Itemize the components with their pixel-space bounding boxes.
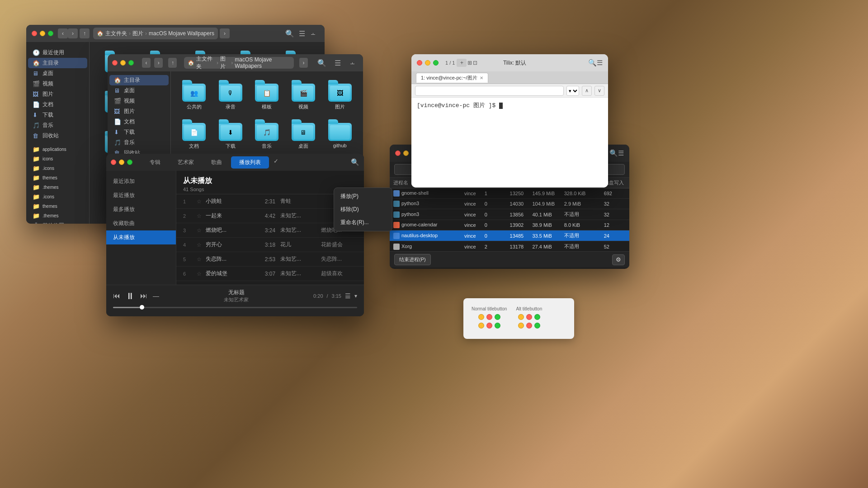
sidebar-item-dotthemes2[interactable]: 📁 .themes xyxy=(28,211,87,221)
sidebar-item-icons[interactable]: 📁 icons xyxy=(28,154,87,164)
sidebar-music-fg[interactable]: 🎵 音乐 xyxy=(109,137,169,148)
close-terminal[interactable] xyxy=(417,60,422,66)
tb-n-close[interactable] xyxy=(486,314,492,320)
track-4[interactable]: 4 ☆ 穷开心 3:18 花儿 花龄盛会 xyxy=(176,238,364,252)
proc-python3-1[interactable]: python3 vince014030104.9 MiB2.9 MiB32 xyxy=(390,199,629,209)
track-6[interactable]: 6 ☆ 爱的城堡 3:07 未知艺... 超级喜欢 xyxy=(176,267,364,281)
tab-playlist[interactable]: 播放列表 xyxy=(231,156,269,169)
terminal-split-button[interactable]: ⊞ xyxy=(467,60,472,66)
fg-folder-pictures[interactable]: 🖼 图片 xyxy=(323,78,356,114)
col-view-fg[interactable]: ⫠ xyxy=(347,57,359,68)
sysmon-settings-button[interactable]: ⚙ xyxy=(612,254,625,265)
sidebar-item-video[interactable]: 🎬 视频 xyxy=(28,79,87,89)
forward-arrow-button[interactable]: › xyxy=(220,28,230,38)
close-sysmon[interactable] xyxy=(395,150,401,156)
terminal-search-button[interactable]: 🔍 xyxy=(588,59,597,67)
maximize-button[interactable] xyxy=(48,31,53,36)
tb-a-min2[interactable] xyxy=(518,323,524,328)
sidebar-item-trash[interactable]: 🗑 回收站 xyxy=(28,131,87,141)
fg-folder-videos[interactable]: 🎬 视频 xyxy=(287,78,320,114)
play-pause-button[interactable]: ⏸ xyxy=(126,291,135,301)
tb-a-max2[interactable] xyxy=(534,323,540,328)
minimize-button-fg[interactable] xyxy=(120,60,126,66)
sidebar-pictures-fg[interactable]: 🖼 图片 xyxy=(109,106,169,117)
nav-most-played[interactable]: 最多播放 xyxy=(106,202,176,216)
sidebar-item-doticons[interactable]: 📁 .icons xyxy=(28,164,87,173)
min-music[interactable] xyxy=(119,160,124,165)
sidebar-docs-fg[interactable]: 📄 文档 xyxy=(109,117,169,127)
tab-artists[interactable]: 艺术家 xyxy=(170,156,202,169)
sidebar-item-downloads[interactable]: ⬇ 下载 xyxy=(28,110,87,120)
fg-folder-desktop[interactable]: 🖥 桌面 xyxy=(287,117,320,153)
column-view-button[interactable]: ⫠ xyxy=(307,28,319,39)
fg-folder-docs[interactable]: 📄 文档 xyxy=(178,117,211,153)
progress-thumb[interactable] xyxy=(140,305,144,310)
sidebar-dl-fg[interactable]: ⬇ 下载 xyxy=(109,127,169,137)
search-options-select[interactable]: ▾ xyxy=(566,86,579,96)
sidebar-item-pictures[interactable]: 🖼 图片 xyxy=(28,89,87,99)
sidebar-item-themes2[interactable]: 📁 themes xyxy=(28,202,87,211)
tb-n-min2[interactable] xyxy=(478,323,484,328)
forward-button[interactable]: › xyxy=(68,28,78,38)
fg-folder-music[interactable]: 🎵 音乐 xyxy=(250,117,283,153)
terminal-search-input[interactable] xyxy=(415,86,564,96)
next-button[interactable]: ⏭ xyxy=(140,292,147,300)
checkmark-button[interactable]: ✓ xyxy=(270,156,282,166)
tb-a-min[interactable] xyxy=(518,314,524,320)
tb-n-close2[interactable] xyxy=(486,323,492,328)
fwd-arrow-fg[interactable]: › xyxy=(299,58,308,68)
tb-a-close[interactable] xyxy=(526,314,532,320)
add-tab-button[interactable]: + xyxy=(457,59,467,67)
min-sysmon[interactable] xyxy=(403,150,409,156)
list-view-button[interactable]: ☰ xyxy=(297,28,307,39)
proc-gnome-shell[interactable]: gnome-shell vince113250145.9 MiB328.0 Ki… xyxy=(390,188,629,199)
sidebar-home-fg[interactable]: 🏠 主目录 xyxy=(109,75,169,85)
maximize-button-fg[interactable] xyxy=(128,60,134,66)
tab-albums[interactable]: 专辑 xyxy=(142,156,169,169)
nav-favorites[interactable]: 收藏歌曲 xyxy=(106,216,176,230)
up-button[interactable]: ↑ xyxy=(80,28,90,38)
minimize-button[interactable] xyxy=(40,31,45,36)
sidebar-item-music[interactable]: 🎵 音乐 xyxy=(28,120,87,131)
progress-bar[interactable] xyxy=(113,307,357,308)
back-fg[interactable]: ‹ xyxy=(142,58,151,68)
sidebar-item-themes[interactable]: 📁 themes xyxy=(28,173,87,183)
volume-button[interactable]: — xyxy=(153,292,159,300)
close-music[interactable] xyxy=(111,160,116,165)
search-next-button[interactable]: ∨ xyxy=(594,86,604,96)
min-terminal[interactable] xyxy=(425,60,430,66)
fg-folder-downloads[interactable]: ⬇ 下载 xyxy=(214,117,247,153)
max-music[interactable] xyxy=(127,160,132,165)
ctx-play[interactable]: 播放(P) xyxy=(334,190,392,203)
terminal-copy-button[interactable]: ⊡ xyxy=(473,60,477,66)
ctx-remove[interactable]: 移除(D) xyxy=(334,203,392,216)
sidebar-item-dotthemes[interactable]: 📁 .themes xyxy=(28,183,87,192)
nav-never-played[interactable]: 从未播放 xyxy=(106,230,176,244)
queue-button[interactable]: ☰ xyxy=(345,292,351,300)
sidebar-video-fg[interactable]: 🎬 视频 xyxy=(109,96,169,106)
expand-button[interactable]: ▾ xyxy=(354,293,357,299)
tb-a-close2[interactable] xyxy=(526,323,532,328)
sidebar-item-home[interactable]: 🏠 主目录 xyxy=(28,58,87,68)
music-search-button[interactable]: 🔍 xyxy=(351,158,359,166)
tab-close-icon[interactable]: ✕ xyxy=(480,75,483,80)
tb-n-max2[interactable] xyxy=(495,323,500,328)
sidebar-desktop-fg[interactable]: 🖥 桌面 xyxy=(109,85,169,96)
terminal-tab-1[interactable]: 1: vince@vince-pc:~/图片 ✕ xyxy=(416,73,488,83)
search-prev-button[interactable]: ∧ xyxy=(582,86,592,96)
proc-xorg[interactable]: Xorg vince21317827.4 MiB不适用52 xyxy=(390,241,629,251)
forward-fg[interactable]: › xyxy=(154,58,163,68)
tab-songs[interactable]: 歌曲 xyxy=(203,156,230,169)
up-fg[interactable]: ↑ xyxy=(168,58,177,68)
max-terminal[interactable] xyxy=(433,60,439,66)
search-button[interactable]: 🔍 xyxy=(283,28,297,39)
fg-folder-github[interactable]: github xyxy=(323,117,356,153)
close-button-fg[interactable] xyxy=(112,60,118,66)
sidebar-item-icons2[interactable]: 📁 .icons xyxy=(28,192,87,202)
ctx-rename[interactable]: 重命名(R)... xyxy=(334,216,392,229)
list-view-fg[interactable]: ☰ xyxy=(332,57,343,69)
sysmon-menu-button[interactable]: ☰ xyxy=(618,149,624,157)
sidebar-item-other[interactable]: ➕ 其他位置 xyxy=(28,221,87,224)
track-5[interactable]: 5 ☆ 失恋阵... 2:53 未知艺... 失恋阵... xyxy=(176,252,364,267)
nav-recently-played[interactable]: 最近播放 xyxy=(106,188,176,202)
